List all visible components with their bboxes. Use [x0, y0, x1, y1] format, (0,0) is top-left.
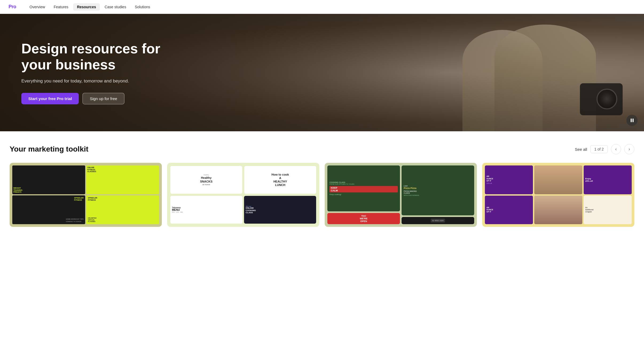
ounce-percent-1: 25% off: [486, 183, 492, 184]
food-snacks-sub: at home: [202, 183, 210, 186]
food-label-1: Healthy: [203, 174, 209, 176]
cooking-red-badge: KEEPCALM: [329, 186, 398, 192]
nav-item-resources[interactable]: Resources: [73, 3, 100, 11]
pause-icon: [631, 118, 634, 122]
pagination-info: 1 of 2: [590, 145, 608, 153]
fitness-label-7: UNLIMITEDVIRTUALCLASSES: [88, 217, 97, 223]
food-online-class: Join our ONLINECOOKINGCLASS: [244, 196, 316, 224]
fitness-label-4: HOME WORKOUT TIPS: [66, 218, 84, 220]
food-menu: MENU: [172, 208, 241, 211]
hero-content: Design resources for your business Every…: [21, 41, 171, 104]
ounce-text-2: ANOUNCEOF IT: [486, 207, 493, 213]
cooking-keep-calm: KEEPCALM: [331, 187, 396, 192]
ounce-block-3: ANOUNCEOF IT: [485, 196, 533, 224]
cooking-with-nonnos: WITH OUR NONNAS: [404, 195, 472, 196]
toolkit-section: Your marketing toolkit See all 1 of 2 ‹ …: [0, 131, 644, 236]
start-pro-trial-button[interactable]: Start your free Pro trial: [21, 93, 79, 104]
fitness-label-5: CONSULT A COACH: [66, 221, 84, 223]
food-middle: Takeaway MENU 555 - 123 - 456 Join our O…: [170, 196, 316, 224]
hero-section: Design resources for your business Every…: [0, 14, 644, 131]
ounce-text-1: ANOUNCEOF IT: [486, 175, 493, 182]
hero-title: Design resources for your business: [21, 41, 171, 73]
cooking-phone-sim: 02 9532 1020: [431, 219, 445, 223]
cooking-top-block: COOKING CLASS FROM OUR KITCHEN TO YOURS …: [327, 165, 400, 211]
ounce-enjoy-1: Enjoy25% off: [585, 177, 593, 182]
card-ounce[interactable]: ANOUNCEOF IT 25% off Enjoy25% off ANOUNC…: [482, 163, 634, 227]
ounce-person-img-2: [534, 196, 582, 224]
nav-item-solutions[interactable]: Solutions: [131, 3, 154, 11]
nav-item-case-studies[interactable]: Case studies: [101, 3, 130, 11]
food-right-block: How to cookAHEALTHYLUNCH: [244, 166, 316, 194]
cooking-pizza-making: PIZZA MAKINGCLASS: [404, 190, 472, 194]
ounce-block-4: AnAdditionalChapter: [584, 196, 632, 224]
nav-item-overview[interactable]: Overview: [26, 3, 49, 11]
prev-arrow-button[interactable]: ‹: [611, 144, 621, 154]
ounce-text-3: AnAdditionalChapter: [585, 207, 594, 213]
fitness-label-2: ONLINEFITNESSCLASSES: [87, 167, 96, 173]
food-takeaway: Takeaway: [172, 207, 241, 208]
ounce-block-1: ANOUNCEOF IT 25% off: [485, 165, 533, 194]
see-all-link[interactable]: See all: [575, 147, 587, 152]
toolkit-title: Your marketing toolkit: [10, 145, 88, 153]
cooking-phone-text: 02 9532 1020: [432, 220, 444, 221]
fitness-block-2: ONLINEFITNESSCLASSES: [86, 165, 159, 194]
main-nav: Pro Overview Features Resources Case stu…: [0, 0, 644, 14]
fitness-block-4: SPINDLERFITNESS UNLIMITEDVIRTUALCLASSES: [86, 195, 159, 224]
pause-button[interactable]: [626, 115, 638, 126]
card-fitness[interactable]: WEIGHTTRAININGFRIDAYS ONLINEFITNESSCLASS…: [10, 163, 162, 227]
cooking-left: COOKING CLASS FROM OUR KITCHEN TO YOURS …: [327, 165, 400, 224]
food-menu-block: Takeaway MENU 555 - 123 - 456: [170, 196, 242, 224]
cooking-right: Live Pizza Pizza PIZZA MAKINGCLASS WITH …: [402, 165, 474, 224]
ounce-block-2: Enjoy25% off: [584, 165, 632, 194]
cards-grid: WEIGHTTRAININGFRIDAYS ONLINEFITNESSCLASS…: [10, 163, 634, 227]
food-online-cooking: ONLINECOOKINGCLASS: [246, 207, 315, 214]
person-simulation-1: [534, 165, 582, 194]
food-phone: 555 - 123 - 456: [172, 211, 241, 213]
hero-subtitle: Everything you need for today, tomorrow …: [21, 78, 171, 85]
cooking-keep-sub: Keep cooking!: [329, 193, 398, 195]
fitness-label-6: SPINDLERFITNESS: [88, 197, 97, 201]
chevron-right-icon: ›: [629, 147, 630, 152]
toolkit-controls: See all 1 of 2 ‹ ›: [575, 144, 634, 154]
food-top: Healthy HealthySNACKS at home How to coo…: [170, 166, 316, 194]
card-cooking[interactable]: COOKING CLASS FROM OUR KITCHEN TO YOURS …: [325, 163, 477, 227]
hero-buttons: Start your free Pro trial Sign up for fr…: [21, 93, 171, 104]
cooking-live-block: Live Pizza Pizza PIZZA MAKINGCLASS WITH …: [402, 165, 474, 215]
fitness-block-1: WEIGHTTRAININGFRIDAYS: [12, 165, 85, 194]
nav-items: Overview Features Resources Case studies…: [26, 3, 154, 11]
fitness-label-3: SPINDLERFITNESS: [74, 197, 84, 201]
nav-item-features[interactable]: Features: [50, 3, 72, 11]
ounce-person-img-1: [534, 165, 582, 194]
next-arrow-button[interactable]: ›: [624, 144, 634, 154]
cooking-kitchen: FROM OUR KITCHEN TO YOURS: [329, 183, 398, 185]
cooking-phone-block: 02 9532 1020: [402, 217, 474, 224]
fitness-block-3: SPINDLERFITNESS HOME WORKOUT TIPS CONSUL…: [12, 195, 85, 224]
cooking-class-label: COOKING CLASS: [329, 181, 398, 183]
cooking-open-text: Yes!WE'REOPEN: [360, 215, 367, 223]
person-simulation-2: [534, 196, 582, 224]
nav-logo[interactable]: Pro: [9, 4, 16, 10]
fitness-label-1: WEIGHTTRAININGFRIDAYS: [13, 187, 22, 193]
chevron-left-icon: ‹: [615, 147, 616, 152]
cooking-pizza-pizza: Pizza Pizza: [404, 187, 472, 190]
cooking-open-block: Yes!WE'REOPEN: [327, 213, 400, 224]
sign-up-free-button[interactable]: Sign up for free: [83, 93, 124, 104]
food-left-block: Healthy HealthySNACKS at home: [170, 166, 242, 194]
toolkit-header: Your marketing toolkit See all 1 of 2 ‹ …: [10, 144, 634, 154]
card-food[interactable]: Healthy HealthySNACKS at home How to coo…: [167, 163, 319, 227]
food-snacks-title: HealthySNACKS: [200, 176, 212, 183]
food-healthy-lunch: How to cookAHEALTHYLUNCH: [272, 173, 289, 187]
